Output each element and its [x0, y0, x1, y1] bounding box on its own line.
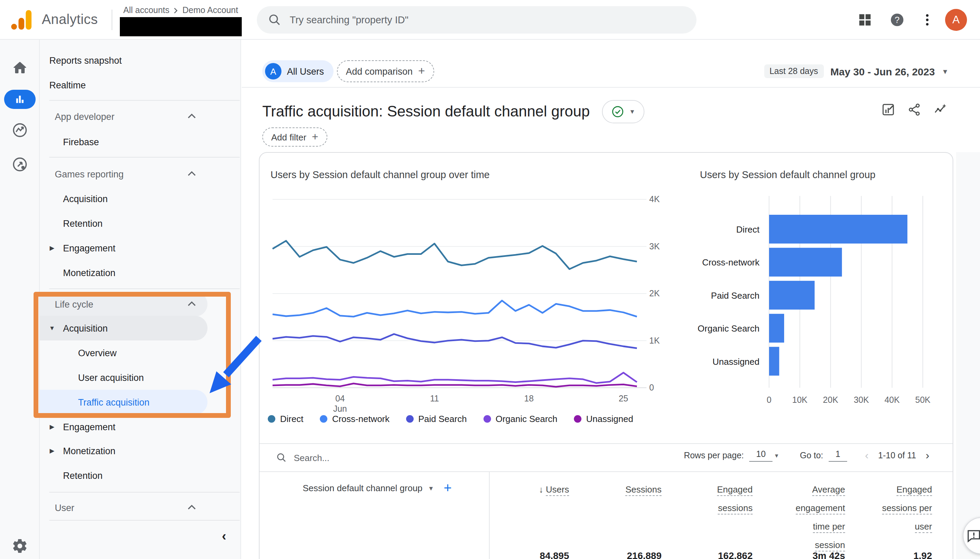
table-search[interactable]: Search...	[276, 452, 329, 463]
nav-item-label: Monetization	[63, 446, 115, 456]
nav-item-user[interactable]: User	[40, 495, 208, 520]
legend-item-cross-network[interactable]: Cross-network	[320, 414, 390, 424]
dimension-header[interactable]: Session default channel group ▼ +	[303, 480, 452, 496]
insights-icon[interactable]	[934, 103, 947, 116]
legend-item-unassigned[interactable]: Unassigned	[574, 414, 633, 424]
avatar[interactable]: A	[945, 9, 967, 31]
nav-item-label: User	[55, 503, 74, 513]
add-filter-chip[interactable]: Add filter +	[262, 127, 327, 147]
collapse-section-icon[interactable]	[188, 170, 196, 176]
reports-nav-active[interactable]	[4, 90, 36, 109]
data-quality-pill[interactable]: ▼	[602, 100, 644, 123]
nav-item-engagement[interactable]: ▶Engagement	[40, 415, 208, 439]
home-icon[interactable]	[12, 60, 28, 76]
caret-down-icon: ▼	[942, 68, 949, 75]
nav-item-acquisition[interactable]: Acquisition	[40, 186, 208, 211]
svg-text:?: ?	[895, 15, 899, 25]
svg-text:Unassigned: Unassigned	[713, 357, 759, 367]
legend-dot	[320, 415, 327, 423]
nav-item-label: Firebase	[63, 137, 99, 147]
nav-item-firebase[interactable]: Firebase	[40, 129, 208, 154]
prev-page-icon[interactable]: ‹	[865, 450, 869, 462]
nav-item-label: Games reporting	[55, 169, 124, 179]
search-icon	[276, 452, 287, 463]
rows-per-page-label: Rows per page:	[684, 451, 744, 460]
nav-divider	[49, 492, 240, 493]
expand-right-icon[interactable]: ▶	[45, 245, 59, 251]
legend-item-organic-search[interactable]: Organic Search	[483, 414, 558, 424]
nav-item-label: Monetization	[63, 268, 115, 278]
breadcrumb[interactable]: All accounts Demo Account	[123, 5, 238, 15]
nav-item-app-developer[interactable]: App developer	[40, 104, 208, 129]
next-page-icon[interactable]: ›	[926, 450, 929, 462]
column-header[interactable]: Averageengagementtime persession	[756, 480, 845, 554]
topbar-divider	[112, 10, 112, 30]
column-header[interactable]: ↓ Users	[480, 480, 569, 499]
caret-down-icon[interactable]: ▼	[774, 453, 779, 459]
column-header[interactable]: Engagedsessions	[663, 480, 752, 517]
table-search-placeholder: Search...	[294, 453, 329, 463]
apps-grid-icon[interactable]	[858, 12, 873, 27]
svg-text:0: 0	[649, 383, 654, 392]
goto-input[interactable]: 1	[829, 450, 847, 462]
redacted-property-name	[120, 17, 242, 36]
nav-item-games-reporting[interactable]: Games reporting	[40, 162, 208, 186]
right-gutter	[956, 152, 980, 559]
nav-item-monetization[interactable]: Monetization	[40, 260, 208, 285]
help-icon[interactable]: ?	[889, 12, 905, 27]
nav-item-retention[interactable]: Retention	[40, 463, 208, 488]
svg-text:50K: 50K	[915, 395, 931, 405]
date-preset-badge: Last 28 days	[764, 64, 823, 78]
add-comparison-label: Add comparison	[346, 66, 412, 76]
nav-item-engagement[interactable]: ▶Engagement	[40, 236, 208, 260]
breadcrumb-all-accounts[interactable]: All accounts	[123, 5, 170, 15]
legend-item-paid-search[interactable]: Paid Search	[406, 414, 467, 424]
nav-divider	[49, 520, 240, 521]
add-dimension-icon[interactable]: +	[444, 480, 452, 496]
settings-gear-icon[interactable]	[12, 538, 28, 554]
divider	[259, 443, 953, 444]
add-comparison-chip[interactable]: Add comparison +	[337, 60, 434, 82]
expand-right-icon[interactable]: ▶	[45, 447, 59, 454]
bar-chart[interactable]: 010K20K30K40K50KDirectCross-networkPaid …	[696, 153, 953, 440]
nav-item-label: Acquisition	[63, 194, 108, 204]
rows-per-page-select[interactable]: 10	[749, 450, 772, 462]
totals-cell: 216,889	[572, 550, 662, 559]
date-range-picker[interactable]: Last 28 days May 30 - Jun 26, 2023 ▼	[764, 64, 949, 78]
legend-dot	[406, 415, 414, 423]
analytics-logo-icon[interactable]	[11, 10, 31, 30]
main-content: A All Users Add comparison + Last 28 day…	[242, 40, 980, 559]
date-range-label: May 30 - Jun 26, 2023	[830, 65, 935, 77]
legend-item-direct[interactable]: Direct	[268, 414, 304, 424]
nav-item-realtime[interactable]: Realtime	[40, 73, 208, 97]
explore-icon[interactable]	[12, 122, 28, 138]
svg-text:Paid Search: Paid Search	[711, 291, 759, 301]
table-pagination: Rows per page: 10 ▼ Go to: 1 ‹ 1-10 of 1…	[684, 450, 929, 462]
nav-item-retention[interactable]: Retention	[40, 211, 208, 236]
totals-cell: 3m 42s	[756, 550, 845, 559]
bar-chart-icon	[14, 94, 25, 105]
line-chart[interactable]: 01K2K3K4K04Jun111825	[259, 153, 684, 440]
breadcrumb-demo-account[interactable]: Demo Account	[183, 5, 238, 15]
expand-right-icon[interactable]: ▶	[45, 423, 59, 430]
collapse-nav-icon[interactable]: ‹	[222, 529, 226, 544]
nav-item-label: App developer	[55, 111, 114, 122]
share-icon[interactable]	[907, 103, 921, 116]
nav-item-reports-snapshot[interactable]: Reports snapshot	[40, 48, 208, 73]
all-users-chip[interactable]: A All Users	[262, 60, 333, 82]
advertising-icon[interactable]	[12, 156, 28, 173]
search-input[interactable]: Try searching "property ID"	[257, 6, 696, 33]
nav-item-monetization[interactable]: ▶Monetization	[40, 438, 208, 463]
collapse-section-icon[interactable]	[188, 113, 196, 119]
edit-report-icon[interactable]	[881, 103, 895, 116]
column-header[interactable]: Engagedsessions peruser	[843, 480, 932, 536]
divider	[259, 471, 953, 472]
column-header[interactable]: Sessions	[572, 480, 662, 499]
nav-divider	[49, 157, 240, 157]
top-app-bar: Analytics All accounts Demo Account Try …	[0, 0, 980, 40]
svg-text:25: 25	[619, 394, 629, 403]
more-vert-icon[interactable]	[920, 12, 935, 27]
legend-dot	[574, 415, 581, 423]
nav-item-label: Retention	[63, 218, 103, 228]
collapse-section-icon[interactable]	[188, 504, 196, 510]
